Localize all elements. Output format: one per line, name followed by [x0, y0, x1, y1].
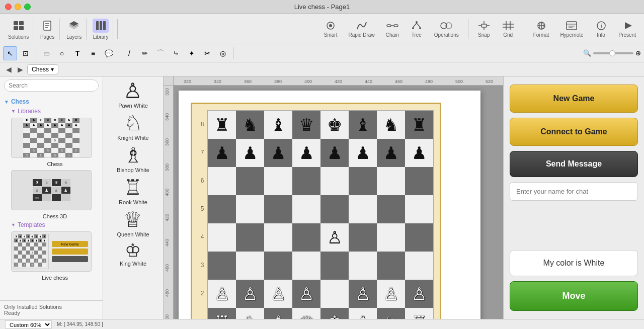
chess-cell-B1[interactable]: ♘: [236, 308, 264, 319]
zoom-in-icon[interactable]: ⊕: [635, 49, 641, 57]
chess-cell-C7[interactable]: ♟: [264, 139, 292, 167]
toolbar-operations[interactable]: Operations: [430, 18, 463, 40]
nav-back[interactable]: ◀: [4, 64, 14, 74]
chess-cell-B5[interactable]: [236, 195, 264, 223]
knight-white-item[interactable]: ♘ Knight White: [117, 113, 148, 141]
chat-name-input[interactable]: [510, 182, 638, 201]
chess-cell-C4[interactable]: [264, 223, 292, 252]
livechess-thumbnail-item[interactable]: ♜♞♝♛♚♝♞♜♟♟♟♟♟♟♟♟♙♙♙♙♙♙♙♙♖♘♗♕♔♗♘♖ New Gam…: [11, 231, 99, 282]
rectangle-tool[interactable]: ▭: [39, 46, 53, 60]
chess-thumbnail-item[interactable]: ♜♞♝♛♚♝♞♜♟♟♟♟♟♟♟♟♙♙♙♙♙♙♙♙♖♘♗♕♔♗♘♖ Chess: [11, 118, 99, 168]
chess-cell-D2[interactable]: ♙: [292, 280, 320, 308]
close-button[interactable]: [5, 4, 12, 10]
page-dropdown[interactable]: Chess ▾: [27, 64, 58, 74]
toolbar-hypernote[interactable]: Hypernote: [556, 18, 587, 40]
chess-cell-G2[interactable]: ♙: [377, 280, 405, 308]
line-tool[interactable]: /: [122, 46, 136, 60]
zoom-out-icon[interactable]: 🔍: [583, 49, 591, 57]
chess-cell-H8[interactable]: ♜: [405, 111, 433, 139]
chess-cell-A5[interactable]: [208, 195, 236, 223]
chess-cell-H7[interactable]: ♟: [405, 139, 433, 167]
toolbar-info[interactable]: i Info: [591, 18, 612, 40]
chess-cell-C8[interactable]: ♝: [264, 111, 292, 139]
zoom-slider[interactable]: [593, 52, 633, 54]
library-icon[interactable]: [93, 19, 109, 33]
multi-select-tool[interactable]: ⊡: [19, 46, 33, 60]
chess-cell-G4[interactable]: [377, 223, 405, 252]
chess-cell-D5[interactable]: [292, 195, 320, 223]
mask-tool[interactable]: ◎: [216, 46, 230, 60]
chess-cell-B3[interactable]: [236, 252, 264, 280]
toolbar-grid[interactable]: Grid: [498, 18, 519, 40]
chess-section-title[interactable]: ▼ Chess: [4, 97, 99, 107]
chess-cell-F7[interactable]: ♟: [349, 139, 377, 167]
chess-cell-A4[interactable]: [208, 223, 236, 252]
chess-cell-E8[interactable]: ♚: [320, 111, 349, 139]
transform-tool[interactable]: ✦: [185, 46, 199, 60]
pen-tool[interactable]: ✏: [138, 46, 152, 60]
select-tool[interactable]: ↖: [3, 46, 17, 60]
nav-forward[interactable]: ▶: [16, 64, 25, 74]
connector-tool[interactable]: ⤷: [169, 46, 183, 60]
chess-cell-C1[interactable]: ♗: [264, 308, 292, 319]
callout-tool[interactable]: 💬: [102, 46, 116, 60]
chess-cell-E3[interactable]: [320, 252, 349, 280]
toolbar-present[interactable]: Present: [615, 18, 640, 40]
toolbar-rapid-draw[interactable]: Rapid Draw: [344, 18, 378, 40]
crop-tool[interactable]: ✂: [200, 46, 214, 60]
chess-cell-F4[interactable]: [349, 223, 377, 252]
page-content[interactable]: 8 7 6 5 4 3 2 1: [174, 86, 503, 319]
chess-cell-H6[interactable]: [405, 167, 433, 195]
chess-cell-D1[interactable]: ♕: [292, 308, 320, 319]
chess-cell-G1[interactable]: ♘: [377, 308, 405, 319]
chess-cell-E6[interactable]: [320, 167, 349, 195]
toolbar-snap[interactable]: Snap: [473, 18, 495, 40]
chess-cell-F2[interactable]: ♙: [349, 280, 377, 308]
arc-tool[interactable]: ⌒: [153, 46, 168, 60]
chess-cell-H2[interactable]: ♙: [405, 280, 433, 308]
chess-cell-H1[interactable]: ♖: [405, 308, 433, 319]
toolbar-chain[interactable]: Chain: [382, 18, 403, 40]
chess-cell-D6[interactable]: [292, 167, 320, 195]
canvas-area[interactable]: 320 340 360 380 400 420 440 460 480 500 …: [164, 76, 503, 319]
toolbar-format[interactable]: Format: [529, 18, 553, 40]
chess-cell-E1[interactable]: ♔: [320, 308, 349, 319]
king-white-item[interactable]: ♔ King White: [120, 241, 146, 267]
maximize-button[interactable]: [24, 4, 31, 10]
chess-board[interactable]: ♜♞♝♛♚♝♞♜♟♟♟♟♟♟♟♟♙♙♙♙♙♙♙♙♖♘♗♕♔♗♘♖: [207, 110, 434, 319]
ellipse-tool[interactable]: ○: [55, 46, 69, 60]
chess-cell-D8[interactable]: ♛: [292, 111, 320, 139]
chess-cell-B7[interactable]: ♟: [236, 139, 264, 167]
chess-cell-D3[interactable]: [292, 252, 320, 280]
text-tool[interactable]: T: [70, 46, 85, 60]
minimize-button[interactable]: [15, 4, 21, 10]
chess-cell-G6[interactable]: [377, 167, 405, 195]
chess-cell-E2[interactable]: [320, 280, 349, 308]
chess-cell-H4[interactable]: [405, 223, 433, 252]
chess-cell-D7[interactable]: ♟: [292, 139, 320, 167]
libraries-title[interactable]: ▼ Libraries: [11, 107, 99, 116]
chess-cell-A8[interactable]: ♜: [208, 111, 236, 139]
chess-cell-A2[interactable]: ♙: [208, 280, 236, 308]
chess-cell-B6[interactable]: [236, 167, 264, 195]
chess-cell-A6[interactable]: [208, 167, 236, 195]
toolbar-smart[interactable]: Smart: [320, 18, 342, 40]
chess-cell-C2[interactable]: ♙: [264, 280, 292, 308]
solutions-icon[interactable]: [11, 19, 27, 33]
chess-cell-C5[interactable]: [264, 195, 292, 223]
toolbar-tree[interactable]: Tree: [406, 18, 427, 40]
chess3d-thumbnail-item[interactable]: ♜ ♝ ♛ ♞ ♟ ♟ ♟ ♟ ≈≈: [11, 170, 99, 220]
chess-cell-G5[interactable]: [377, 195, 405, 223]
move-button[interactable]: Move: [510, 281, 638, 311]
bishop-white-item[interactable]: ♗ Bishop White: [117, 145, 149, 173]
templates-title[interactable]: ▼ Templates: [11, 220, 99, 229]
chess-cell-F1[interactable]: ♗: [349, 308, 377, 319]
chess-cell-F3[interactable]: [349, 252, 377, 280]
rook-white-item[interactable]: ♖ Rook White: [119, 177, 147, 205]
chess-cell-A7[interactable]: ♟: [208, 139, 236, 167]
chess-cell-E7[interactable]: ♟: [320, 139, 349, 167]
chess-cell-A3[interactable]: [208, 252, 236, 280]
chess-cell-H5[interactable]: [405, 195, 433, 223]
textarea-tool[interactable]: ≡: [86, 46, 100, 60]
chess-cell-G3[interactable]: [377, 252, 405, 280]
